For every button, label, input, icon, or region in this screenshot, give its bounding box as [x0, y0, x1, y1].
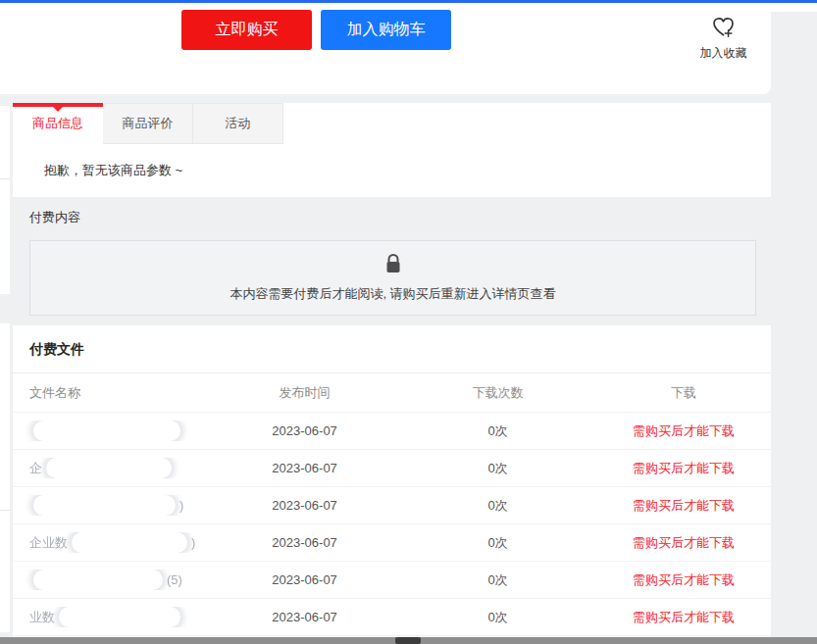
download-link[interactable]: 需购买后才能下载 — [633, 610, 735, 624]
divider — [0, 178, 10, 179]
heart-plus-icon — [710, 25, 737, 42]
detail-content: 商品信息 商品评价 活动 抱歉，暂无该商品参数 ~ 付费内容 本内容需要付费后才… — [13, 103, 771, 644]
tab-product-info[interactable]: 商品信息 — [13, 103, 103, 144]
redaction-blur — [33, 570, 163, 590]
file-name-redacted: 业数 — [13, 607, 210, 627]
redaction-blur — [46, 458, 172, 478]
lock-icon — [383, 253, 403, 278]
divider — [0, 510, 10, 511]
publish-date: 2023-06-07 — [210, 535, 399, 550]
publish-date: 2023-06-07 — [210, 498, 399, 513]
publish-date: 2023-06-07 — [210, 423, 399, 438]
table-row: 业数 2023-06-07 0次 需购买后才能下载 — [13, 599, 771, 636]
favorite-label: 加入收藏 — [687, 45, 760, 62]
download-count: 0次 — [399, 571, 596, 589]
redaction-blur — [33, 495, 176, 516]
download-link[interactable]: 需购买后才能下载 — [633, 572, 735, 587]
file-name-redacted: 企 — [13, 458, 210, 478]
file-name-fragment: ) — [191, 535, 195, 550]
download-count: 0次 — [399, 534, 596, 552]
file-name-redacted — [13, 421, 210, 441]
tab-product-reviews[interactable]: 商品评价 — [103, 103, 193, 144]
tab-activities[interactable]: 活动 — [193, 103, 283, 144]
file-name-redacted: 企业数 ) — [13, 532, 210, 553]
file-name-fragment: (5) — [167, 572, 182, 587]
detail-tabs: 商品信息 商品评价 活动 — [13, 103, 771, 144]
col-download: 下载 — [596, 384, 771, 402]
file-name-fragment: 企业数 — [29, 534, 68, 552]
download-count: 0次 — [399, 422, 596, 440]
paid-content-title: 付费内容 — [29, 209, 756, 226]
table-row: 企业数 ) 2023-06-07 0次 需购买后才能下载 — [13, 524, 771, 562]
col-file-name: 文件名称 — [13, 384, 210, 402]
paid-files-card: 付费文件 文件名称 发布时间 下载次数 下载 2023-06-07 0次 需购买… — [13, 325, 771, 644]
download-link[interactable]: 需购买后才能下载 — [633, 423, 735, 438]
redaction-blur — [33, 421, 180, 441]
file-name-fragment: ) — [179, 498, 183, 513]
left-panel-edge — [0, 323, 10, 632]
locked-message: 本内容需要付费后才能阅读, 请购买后重新进入详情页查看 — [230, 285, 555, 303]
file-name-fragment: 业数 — [29, 609, 55, 626]
download-link[interactable]: 需购买后才能下载 — [633, 535, 735, 550]
download-link[interactable]: 需购买后才能下载 — [633, 461, 735, 475]
publish-date: 2023-06-07 — [210, 610, 399, 624]
file-name-redacted: (5) — [13, 570, 210, 590]
col-publish-time: 发布时间 — [210, 384, 399, 402]
download-count: 0次 — [399, 460, 596, 477]
add-to-cart-button[interactable]: 加入购物车 — [321, 10, 451, 50]
tab-filler — [283, 103, 771, 144]
download-count: 0次 — [399, 497, 596, 515]
file-name-fragment: 企 — [29, 460, 42, 477]
no-params-notice: 抱歉，暂无该商品参数 ~ — [13, 144, 771, 197]
buy-now-button[interactable]: 立即购买 — [181, 10, 312, 50]
redaction-blur — [72, 532, 187, 553]
product-detail-page: 立即购买 加入购物车 加入收藏 商品信息 商品评价 活动 抱歉，暂无该商品参数 … — [0, 0, 817, 644]
files-table-header: 文件名称 发布时间 下载次数 下载 — [13, 373, 771, 413]
action-header: 立即购买 加入购物车 加入收藏 — [0, 3, 771, 94]
add-to-favorites-button[interactable]: 加入收藏 — [687, 13, 760, 62]
locked-content-box: 本内容需要付费后才能阅读, 请购买后重新进入详情页查看 — [29, 240, 756, 316]
table-row: 企 2023-06-07 0次 需购买后才能下载 — [13, 450, 771, 487]
col-download-count: 下载次数 — [399, 384, 596, 402]
scrollbar-thumb[interactable] — [395, 637, 421, 644]
publish-date: 2023-06-07 — [210, 572, 399, 587]
table-row: (5) 2023-06-07 0次 需购买后才能下载 — [13, 562, 771, 599]
horizontal-scrollbar[interactable] — [0, 637, 817, 644]
publish-date: 2023-06-07 — [210, 461, 399, 475]
table-row: ) 2023-06-07 0次 需购买后才能下载 — [13, 487, 771, 524]
download-count: 0次 — [399, 609, 596, 626]
paid-content-section: 付费内容 本内容需要付费后才能阅读, 请购买后重新进入详情页查看 — [13, 197, 771, 324]
file-name-redacted: ) — [13, 495, 210, 516]
download-link[interactable]: 需购买后才能下载 — [633, 498, 735, 513]
paid-files-title: 付费文件 — [13, 325, 771, 373]
left-panel-edge — [0, 106, 10, 294]
table-row: 2023-06-07 0次 需购买后才能下载 — [13, 413, 771, 450]
redaction-blur — [59, 607, 180, 627]
